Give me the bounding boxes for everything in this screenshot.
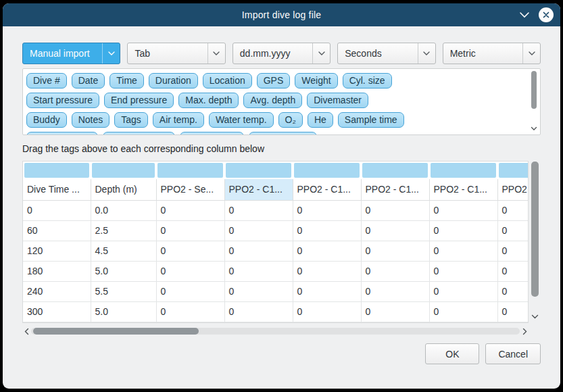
scroll-down-icon[interactable] bbox=[529, 312, 541, 322]
tag-notes[interactable]: Notes bbox=[72, 112, 110, 128]
table-cell: 0 bbox=[293, 301, 361, 322]
tag-sample-time[interactable]: Sample time bbox=[338, 112, 404, 128]
tag-sample-temp[interactable]: Sample temp. bbox=[103, 132, 174, 135]
table-cell: 0 bbox=[23, 200, 91, 220]
tag-avg-depth[interactable]: Avg. depth bbox=[243, 93, 302, 108]
table-cell: 180 bbox=[23, 261, 91, 281]
scroll-right-icon[interactable] bbox=[520, 326, 529, 337]
tag-sample-po[interactable]: Sample pO₂ bbox=[180, 132, 244, 135]
drop-cell[interactable] bbox=[91, 162, 156, 179]
scroll-down-icon[interactable] bbox=[530, 124, 538, 132]
table-cell: 4.5 bbox=[91, 241, 156, 261]
drop-cell[interactable] bbox=[224, 162, 293, 179]
dialog-content: Manual importTabdd.mm.yyyySecondsMetric … bbox=[3, 26, 560, 364]
chevron-down-icon[interactable] bbox=[519, 11, 530, 18]
scroll-left-icon[interactable] bbox=[22, 326, 30, 337]
table-row: 2405.5000000 bbox=[23, 281, 529, 301]
table-cell: 0 bbox=[361, 241, 429, 261]
column-header[interactable]: Dive Time ... bbox=[23, 179, 91, 200]
column-header[interactable]: PPO2 bbox=[497, 179, 529, 200]
combo-row: Manual importTabdd.mm.yyyySecondsMetric bbox=[22, 43, 541, 64]
import-table: Dive Time ...Depth (m)PPO2 - Se...PPO2 -… bbox=[23, 162, 529, 322]
table-cell: 0 bbox=[224, 301, 293, 322]
tag-date[interactable]: Date bbox=[72, 73, 105, 89]
table-cell: 0 bbox=[429, 220, 497, 241]
tag-sample-cns[interactable]: Sample CNS bbox=[249, 132, 317, 135]
chevron-down-icon bbox=[102, 43, 120, 64]
tag-he[interactable]: He bbox=[308, 112, 333, 128]
drop-cell[interactable] bbox=[293, 162, 361, 179]
table-cell: 0 bbox=[224, 241, 293, 261]
tag-start-pressure[interactable]: Start pressure bbox=[26, 93, 99, 108]
tag-location[interactable]: Location bbox=[203, 73, 252, 89]
table-cell: 0 bbox=[361, 220, 429, 241]
tag-air-temp[interactable]: Air temp. bbox=[153, 112, 204, 128]
drop-cell[interactable] bbox=[23, 162, 91, 179]
tag-divemaster[interactable]: Divemaster bbox=[307, 93, 368, 108]
tag-gps[interactable]: GPS bbox=[257, 73, 291, 89]
window-title: Import dive log file bbox=[242, 9, 322, 20]
scrollbar-thumb[interactable] bbox=[531, 71, 537, 109]
drop-cell-fill bbox=[157, 163, 223, 178]
tag-duration[interactable]: Duration bbox=[149, 73, 198, 89]
column-header[interactable]: PPO2 - Se... bbox=[156, 179, 224, 200]
table-hscrollbar[interactable] bbox=[22, 326, 529, 337]
tag-buddy[interactable]: Buddy bbox=[26, 112, 67, 128]
drop-cell[interactable] bbox=[156, 162, 224, 179]
table-cell: 300 bbox=[23, 301, 91, 322]
scrollbar-thumb[interactable] bbox=[531, 162, 539, 297]
tag-sample-depth[interactable]: Sample depth bbox=[26, 132, 98, 135]
dialog-buttons: OK Cancel bbox=[22, 343, 541, 364]
ok-button[interactable]: OK bbox=[425, 343, 479, 364]
tag-o[interactable]: O₂ bbox=[278, 112, 303, 128]
scrollbar-thumb[interactable] bbox=[33, 328, 199, 335]
table-cell: 0 bbox=[156, 281, 224, 301]
drop-cell-fill bbox=[226, 163, 291, 178]
tag-end-pressure[interactable]: End pressure bbox=[104, 93, 174, 108]
table-cell: 0 bbox=[429, 200, 497, 220]
tag-water-temp[interactable]: Water temp. bbox=[209, 112, 274, 128]
combo-metric[interactable]: Metric bbox=[443, 43, 541, 64]
table-row: 1805.0000000 bbox=[23, 261, 529, 281]
close-icon[interactable] bbox=[539, 7, 554, 22]
tag-list: Dive #DateTimeDurationLocationGPSWeightC… bbox=[26, 73, 527, 135]
cancel-button[interactable]: Cancel bbox=[485, 343, 541, 364]
table-cell: 0 bbox=[224, 220, 293, 241]
column-header[interactable]: PPO2 - C1... bbox=[361, 179, 429, 200]
table-cell: 0 bbox=[429, 261, 497, 281]
combo-dd-mm-yyyy[interactable]: dd.mm.yyyy bbox=[232, 43, 331, 64]
column-header[interactable]: PPO2 - C1... bbox=[429, 179, 497, 200]
table-cell: 2.5 bbox=[91, 220, 156, 241]
table-cell: 0 bbox=[497, 200, 529, 220]
tag-cyl-size[interactable]: Cyl. size bbox=[343, 73, 392, 89]
table-cell: 0 bbox=[224, 261, 293, 281]
drop-cell[interactable] bbox=[497, 162, 529, 179]
tag-scrollbar[interactable] bbox=[530, 71, 538, 132]
combo-manual-import[interactable]: Manual import bbox=[22, 43, 120, 64]
column-header[interactable]: PPO2 - C1... bbox=[224, 179, 293, 200]
table-cell: 0 bbox=[156, 200, 224, 220]
tag-time[interactable]: Time bbox=[109, 73, 144, 89]
drop-cell-fill bbox=[499, 163, 529, 178]
table-row: 602.5000000 bbox=[23, 220, 529, 241]
preview-table-zone: Dive Time ...Depth (m)PPO2 - Se...PPO2 -… bbox=[22, 161, 541, 323]
combo-tab[interactable]: Tab bbox=[127, 43, 225, 64]
combo-value: Tab bbox=[128, 48, 207, 59]
drop-cell-fill bbox=[24, 163, 89, 178]
tag-max-depth[interactable]: Max. depth bbox=[178, 93, 239, 108]
table-cell: 0 bbox=[429, 281, 497, 301]
table-vscrollbar[interactable] bbox=[529, 161, 541, 323]
table-cell: 0 bbox=[293, 220, 361, 241]
table-cell: 0 bbox=[361, 261, 429, 281]
drop-cell[interactable] bbox=[429, 162, 497, 179]
tag-tags[interactable]: Tags bbox=[114, 112, 148, 128]
drop-cell[interactable] bbox=[361, 162, 429, 179]
tag-weight[interactable]: Weight bbox=[295, 73, 337, 89]
column-header[interactable]: Depth (m) bbox=[91, 179, 156, 200]
drop-cell-fill bbox=[431, 163, 496, 178]
table-cell: 0 bbox=[429, 241, 497, 261]
column-header[interactable]: PPO2 - C1... bbox=[293, 179, 361, 200]
combo-value: Manual import bbox=[23, 48, 102, 59]
tag-dive[interactable]: Dive # bbox=[26, 73, 67, 89]
combo-seconds[interactable]: Seconds bbox=[337, 43, 435, 64]
